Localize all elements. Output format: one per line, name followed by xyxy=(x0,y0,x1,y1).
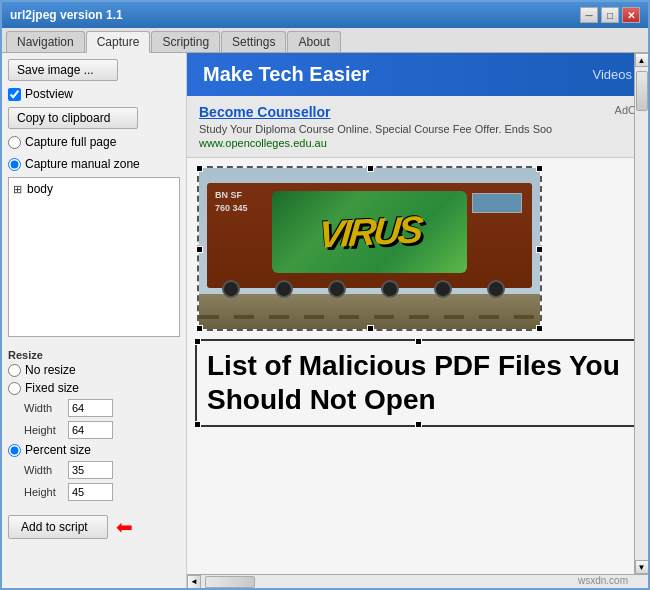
ad-box: AdC Become Counsellor Study Your Diploma… xyxy=(187,96,648,158)
tree-root-item[interactable]: ⊞ body xyxy=(13,182,175,196)
no-resize-label: No resize xyxy=(25,363,76,377)
train-number: BN SF760 345 xyxy=(215,189,248,214)
webpage-preview: Make Tech Easier Videos AdC Become Couns… xyxy=(187,53,648,574)
title-bar: url2jpeg version 1.1 ─ □ ✕ xyxy=(2,2,648,28)
capture-full-row: Capture full page xyxy=(8,133,180,151)
resize-section: Resize No resize Fixed size Width Height xyxy=(8,345,180,503)
minimize-button[interactable]: ─ xyxy=(580,7,598,23)
percent-height-input[interactable] xyxy=(68,483,113,501)
element-tree[interactable]: ⊞ body xyxy=(8,177,180,337)
article-title-box: List of Malicious PDF Files You Should N… xyxy=(195,339,640,426)
webpage-content: Make Tech Easier Videos AdC Become Couns… xyxy=(187,53,648,574)
train-window xyxy=(472,193,522,213)
capture-full-label: Capture full page xyxy=(25,135,116,149)
fixed-size-label: Fixed size xyxy=(25,381,79,395)
ground xyxy=(199,294,540,329)
window-title: url2jpeg version 1.1 xyxy=(10,8,123,22)
height-label-percent: Height xyxy=(24,486,62,498)
track-ties xyxy=(199,315,540,319)
no-resize-radio[interactable] xyxy=(8,364,21,377)
train-car: BN SF760 345 VIRUS xyxy=(207,183,532,288)
scroll-down-button[interactable]: ▼ xyxy=(635,560,649,574)
vertical-scrollbar: ▲ ▼ xyxy=(634,53,648,574)
ad-badge: AdC xyxy=(615,104,636,116)
fixed-size-row: Fixed size xyxy=(8,379,180,397)
article-title: List of Malicious PDF Files You Should N… xyxy=(207,349,628,416)
no-resize-row: No resize xyxy=(8,361,180,379)
tab-about[interactable]: About xyxy=(287,31,340,52)
tab-navigation[interactable]: Navigation xyxy=(6,31,85,52)
fixed-width-row: Width xyxy=(8,397,180,419)
application-window: url2jpeg version 1.1 ─ □ ✕ Navigation Ca… xyxy=(0,0,650,590)
capture-manual-label: Capture manual zone xyxy=(25,157,140,171)
wheel-5 xyxy=(434,280,452,298)
art-handle-tc xyxy=(415,338,422,345)
percent-width-row: Width xyxy=(8,459,180,481)
videos-link[interactable]: Videos xyxy=(592,67,632,82)
right-panel: Make Tech Easier Videos AdC Become Couns… xyxy=(187,53,648,588)
add-to-script-button[interactable]: Add to script xyxy=(8,515,108,539)
window-controls: ─ □ ✕ xyxy=(580,7,640,23)
fixed-size-radio[interactable] xyxy=(8,382,21,395)
ad-url: www.opencolleges.edu.au xyxy=(199,137,636,149)
wheel-6 xyxy=(487,280,505,298)
tab-settings[interactable]: Settings xyxy=(221,31,286,52)
capture-full-radio[interactable] xyxy=(8,136,21,149)
site-title: Make Tech Easier xyxy=(203,63,369,86)
site-header: Make Tech Easier Videos xyxy=(187,53,648,96)
percent-size-row: Percent size xyxy=(8,441,180,459)
save-image-button[interactable]: Save image ... xyxy=(8,59,118,81)
tab-bar: Navigation Capture Scripting Settings Ab… xyxy=(2,28,648,53)
wheel-3 xyxy=(328,280,346,298)
watermark: wsxdn.com xyxy=(578,575,628,586)
art-handle-bl xyxy=(194,421,201,428)
ad-description: Study Your Diploma Course Online. Specia… xyxy=(199,122,636,137)
left-panel: Save image ... Postview Copy to clipboar… xyxy=(2,53,187,588)
train-image-container: BN SF760 345 VIRUS xyxy=(197,166,542,331)
capture-manual-row: Capture manual zone xyxy=(8,155,180,173)
percent-width-input[interactable] xyxy=(68,461,113,479)
scroll-thumb[interactable] xyxy=(636,71,648,111)
art-handle-bc xyxy=(415,421,422,428)
fixed-height-input[interactable] xyxy=(68,421,113,439)
capture-manual-radio[interactable] xyxy=(8,158,21,171)
scroll-up-button[interactable]: ▲ xyxy=(635,53,649,67)
width-label-percent: Width xyxy=(24,464,62,476)
ad-link[interactable]: Become Counsellor xyxy=(199,104,636,120)
tree-root-label: body xyxy=(27,182,53,196)
graffiti-area: VIRUS xyxy=(272,191,467,273)
arrow-icon: ⬅ xyxy=(116,517,133,537)
width-label: Width xyxy=(24,402,62,414)
main-content: Save image ... Postview Copy to clipboar… xyxy=(2,53,648,588)
postview-label: Postview xyxy=(25,87,73,101)
tree-expand-icon[interactable]: ⊞ xyxy=(13,183,22,196)
percent-size-radio[interactable] xyxy=(8,444,21,457)
graffiti-text: VIRUS xyxy=(317,208,423,256)
fixed-height-row: Height xyxy=(8,419,180,441)
wheel-1 xyxy=(222,280,240,298)
wheel-2 xyxy=(275,280,293,298)
h-scroll-thumb[interactable] xyxy=(205,576,255,588)
wheel-4 xyxy=(381,280,399,298)
art-handle-tl xyxy=(194,338,201,345)
postview-row: Postview xyxy=(8,85,180,103)
tab-capture[interactable]: Capture xyxy=(86,31,151,53)
maximize-button[interactable]: □ xyxy=(601,7,619,23)
percent-height-row: Height xyxy=(8,481,180,503)
add-script-row: Add to script ⬅ xyxy=(8,515,180,539)
scroll-left-button[interactable]: ◄ xyxy=(187,575,201,589)
fixed-width-input[interactable] xyxy=(68,399,113,417)
tab-scripting[interactable]: Scripting xyxy=(151,31,220,52)
resize-label: Resize xyxy=(8,349,180,361)
wheel-row xyxy=(222,280,505,298)
close-button[interactable]: ✕ xyxy=(622,7,640,23)
percent-size-label: Percent size xyxy=(25,443,91,457)
height-label-fixed: Height xyxy=(24,424,62,436)
postview-checkbox[interactable] xyxy=(8,88,21,101)
copy-clipboard-button[interactable]: Copy to clipboard xyxy=(8,107,138,129)
